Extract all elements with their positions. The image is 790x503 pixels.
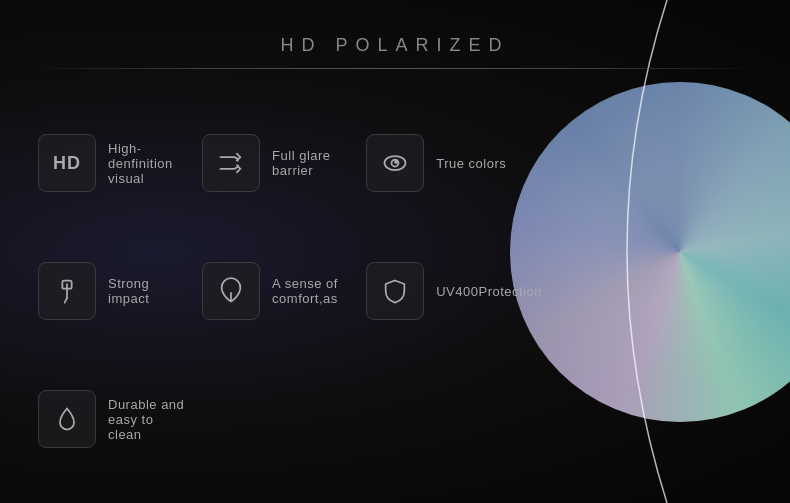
shield-icon [381,277,409,305]
title-divider [30,68,760,69]
features-grid: HD High-denfinition visual Full glare ba… [30,99,550,483]
feature-comfort: A sense of comfort,as [194,227,358,355]
shuffle-icon [217,149,245,177]
comfort-icon-box [202,262,260,320]
uv400-icon-box [366,262,424,320]
feature-true-colors: True colors [358,99,550,227]
drop-icon [53,405,81,433]
full-glare-label: Full glare barrier [272,148,350,178]
feature-strong-impact: Strong impact [30,227,194,355]
main-content: HD POLARIZED HD High-denfinition visual … [0,0,790,503]
full-glare-icon-box [202,134,260,192]
feature-full-glare: Full glare barrier [194,99,358,227]
durable-label: Durable and easy to clean [108,397,186,442]
title-section: HD POLARIZED [30,20,760,79]
eye-icon [381,149,409,177]
strong-impact-icon-box [38,262,96,320]
true-colors-label: True colors [436,156,506,171]
svg-line-5 [65,298,67,303]
hammer-icon [53,277,81,305]
feature-durable: Durable and easy to clean [30,355,194,483]
hd-icon: HD [53,153,81,174]
page-title: HD POLARIZED [30,35,760,56]
comfort-label: A sense of comfort,as [272,276,350,306]
svg-point-2 [395,161,397,163]
strong-impact-label: Strong impact [108,276,186,306]
hd-visual-icon-box: HD [38,134,96,192]
true-colors-icon-box [366,134,424,192]
hd-visual-label: High-denfinition visual [108,141,186,186]
durable-icon-box [38,390,96,448]
uv400-label: UV400Protection [436,284,542,299]
feature-hd-visual: HD High-denfinition visual [30,99,194,227]
feature-uv400: UV400Protection [358,227,550,355]
leaf-icon [217,277,245,305]
